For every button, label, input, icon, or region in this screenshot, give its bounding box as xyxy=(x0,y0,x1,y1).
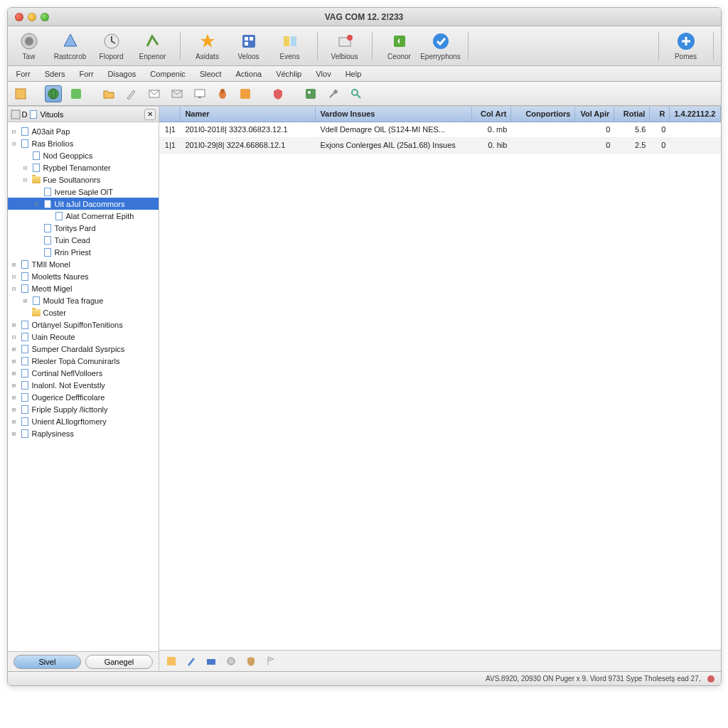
tree-node[interactable]: ⊞Mould Tea frague xyxy=(8,294,159,306)
tree-node[interactable]: Iverue Saple OlT xyxy=(8,186,159,198)
tree[interactable]: ⊟A03ait Pap⊟Ras BrioliosNod Geoppics⊟Ryp… xyxy=(8,122,159,651)
tree-expand-icon[interactable]: ⊞ xyxy=(11,358,18,365)
tree-expand-icon[interactable]: ⊞ xyxy=(11,321,18,328)
toolbar-eperryphons[interactable]: Eperryphons xyxy=(424,31,458,60)
cancel-button[interactable]: Ganegel xyxy=(85,655,153,669)
col-rotal[interactable]: Rotial xyxy=(614,107,650,122)
tree-node[interactable]: ⊞Unient ALllogrftomery xyxy=(8,415,159,427)
tree-node[interactable]: Alat Comerrat Epith xyxy=(8,210,159,222)
menu-help[interactable]: Help xyxy=(341,68,366,80)
toolbar-ceonor[interactable]: Ceonor xyxy=(382,31,417,60)
btab-pencil-icon[interactable] xyxy=(183,653,199,669)
toolbar-rastcorob[interactable]: Rastcorob xyxy=(53,31,87,60)
tree-expand-icon[interactable]: ⊞ xyxy=(11,261,18,268)
tb2-mail-icon[interactable] xyxy=(146,85,163,102)
menu-compenic[interactable]: Compenic xyxy=(146,68,190,80)
tree-node[interactable]: ⊞Inalonl. Not Eventstly xyxy=(8,379,159,391)
save-button[interactable]: Sivel xyxy=(14,655,81,669)
tree-node[interactable]: ⊟A03ait Pap xyxy=(8,125,159,137)
tree-node[interactable]: ⊟Meott Migel xyxy=(8,282,159,294)
tree-node[interactable]: ⊞Sumper Chardald Sysrpics xyxy=(8,343,159,355)
tree-expand-icon[interactable]: ⊟ xyxy=(22,164,29,171)
btab-gear-icon[interactable] xyxy=(223,653,239,669)
tb2-monitor-icon[interactable] xyxy=(191,85,208,102)
tree-expand-icon[interactable]: ⊟ xyxy=(11,273,18,280)
tree-node[interactable]: Coster xyxy=(8,306,159,318)
menu-forr[interactable]: Forr xyxy=(12,68,35,80)
col-conp[interactable]: Conportiors xyxy=(511,107,575,122)
tree-node[interactable]: ⊞Rleoler Topà Comunirarls xyxy=(8,355,159,367)
tree-expand-icon[interactable]: ⊟ xyxy=(11,333,18,341)
toolbar-flopord[interactable]: Flopord xyxy=(95,31,129,60)
tree-node[interactable]: ⊟Mooletts Naures xyxy=(8,270,159,282)
toolbar-veloos[interactable]: Veloos xyxy=(232,31,266,60)
tree-node[interactable]: Rrin Priest xyxy=(8,246,159,258)
btab-print-icon[interactable] xyxy=(203,653,219,669)
tree-node[interactable]: ⊞Friple Supply /licttonly xyxy=(8,403,159,415)
col-valap[interactable]: Vol Apir xyxy=(575,107,614,122)
tb2-shield-icon[interactable] xyxy=(269,85,287,102)
tb2-folder-icon[interactable] xyxy=(100,85,117,102)
col-r[interactable]: R xyxy=(650,107,670,122)
tree-node[interactable]: Nod Geoppics xyxy=(8,149,159,161)
tree-node[interactable]: ⊟Uit aJul Dacommors xyxy=(8,198,159,210)
tb2-file-icon[interactable] xyxy=(12,85,29,102)
tree-expand-icon[interactable]: ⊞ xyxy=(11,418,18,425)
tree-expand-icon[interactable]: ⊞ xyxy=(11,382,18,389)
btab-shield-icon[interactable] xyxy=(243,653,259,669)
tb2-picture-icon[interactable] xyxy=(302,85,319,102)
btab-flag-icon[interactable] xyxy=(263,653,279,669)
tb2-green-icon[interactable] xyxy=(68,85,85,102)
col-namer[interactable]: Namer xyxy=(181,107,316,122)
tree-expand-icon[interactable]: ⊟ xyxy=(11,285,18,292)
menu-vechlip[interactable]: Véchlip xyxy=(272,68,306,80)
tree-node[interactable]: ⊞Cortinal NeflVolloers xyxy=(8,367,159,379)
tree-node[interactable]: ⊟Uain Reoute xyxy=(8,331,159,343)
tb2-orange-icon[interactable] xyxy=(237,85,254,102)
menu-forr2[interactable]: Forr xyxy=(75,68,97,80)
tree-node[interactable]: ⊞Ortányel SupiffonTenitions xyxy=(8,318,159,331)
tree-expand-icon[interactable]: ⊟ xyxy=(11,140,18,147)
toolbar-evens[interactable]: Evens xyxy=(273,31,307,60)
tree-node[interactable]: Tuin Cead xyxy=(8,234,159,246)
tree-node[interactable]: Toritys Pard xyxy=(8,222,159,234)
tree-expand-icon[interactable]: ⊟ xyxy=(11,128,18,135)
table-row[interactable]: 1|1201I0-2018| 3323.06823.12.1Vdell Dema… xyxy=(159,122,720,138)
tree-node[interactable]: ⊞TMIl Monel xyxy=(8,258,159,270)
tb2-brush-icon[interactable] xyxy=(123,85,140,102)
tree-expand-icon[interactable]: ⊟ xyxy=(33,200,41,208)
col-blank[interactable] xyxy=(159,107,181,122)
col-last[interactable]: 1.4.22112.2 xyxy=(670,107,720,122)
tree-node[interactable]: ⊟Fue Soultanonrs xyxy=(8,173,159,186)
table-body[interactable]: 1|1201I0-2018| 3323.06823.12.1Vdell Dema… xyxy=(159,122,720,650)
btab-file-icon[interactable] xyxy=(164,653,179,669)
tb2-bug-icon[interactable] xyxy=(214,85,231,102)
menu-vlov[interactable]: Vlov xyxy=(311,68,335,80)
menu-sders[interactable]: Sders xyxy=(41,68,70,80)
tree-expand-icon[interactable]: ⊞ xyxy=(11,394,18,401)
tree-expand-icon[interactable]: ⊞ xyxy=(11,370,18,377)
tree-expand-icon[interactable]: ⊞ xyxy=(11,430,18,437)
toolbar-enpenor[interactable]: Enpenor xyxy=(136,31,170,60)
menu-disagos[interactable]: Disagos xyxy=(104,68,141,80)
tb2-globe-icon[interactable] xyxy=(45,85,62,102)
tree-node[interactable]: ⊟Rypbel Tenamonter xyxy=(8,161,159,173)
tree-expand-icon[interactable]: ⊟ xyxy=(22,176,29,183)
tb2-wrench-icon[interactable] xyxy=(325,85,342,102)
menu-actiona[interactable]: Actiona xyxy=(231,68,266,80)
tree-expand-icon[interactable]: ⊞ xyxy=(11,346,18,353)
tb2-envelope-icon[interactable] xyxy=(168,85,186,102)
col-vardow[interactable]: Vardow Insues xyxy=(316,107,472,122)
toolbar-velbious[interactable]: Velbious xyxy=(328,31,362,60)
sidebar-close-icon[interactable]: ✕ xyxy=(144,109,156,120)
col-art[interactable]: Col Art xyxy=(472,107,511,122)
menu-sleoct[interactable]: Sleoct xyxy=(196,68,226,80)
tree-node[interactable]: ⊞Raplysiness xyxy=(8,427,159,439)
tb2-key-icon[interactable] xyxy=(348,85,365,102)
tree-node[interactable]: ⊟Ras Briolios xyxy=(8,137,159,149)
toolbar-asidats[interactable]: Asidats xyxy=(191,31,225,60)
toolbar-taw[interactable]: Taw xyxy=(12,31,46,60)
toolbar-pomes[interactable]: Pomes xyxy=(669,31,703,60)
tree-expand-icon[interactable]: ⊞ xyxy=(11,406,18,413)
tree-expand-icon[interactable]: ⊞ xyxy=(22,297,29,304)
